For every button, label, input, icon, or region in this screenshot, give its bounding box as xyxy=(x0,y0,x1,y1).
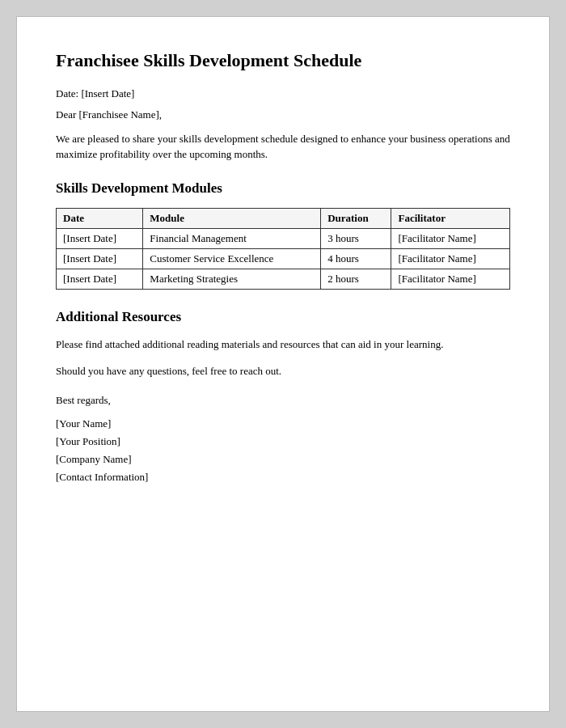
document-title: Franchisee Skills Development Schedule xyxy=(56,49,510,73)
col-facilitator: Facilitator xyxy=(391,208,510,228)
schedule-table: Date Module Duration Facilitator [Insert… xyxy=(56,208,510,290)
signature-name: [Your Name] xyxy=(56,415,510,433)
signature-position: [Your Position] xyxy=(56,433,510,451)
table-row: [Insert Date]Marketing Strategies2 hours… xyxy=(57,269,510,289)
document-page: Franchisee Skills Development Schedule D… xyxy=(16,16,550,712)
table-cell: [Insert Date] xyxy=(57,248,143,269)
question-text: Should you have any questions, feel free… xyxy=(56,363,510,379)
date-line: Date: [Insert Date] xyxy=(56,87,510,100)
intro-text: We are pleased to share your skills deve… xyxy=(56,131,510,163)
table-row: [Insert Date]Financial Management3 hours… xyxy=(57,228,510,248)
additional-heading: Additional Resources xyxy=(56,309,510,325)
col-duration: Duration xyxy=(321,208,391,228)
table-header-row: Date Module Duration Facilitator xyxy=(57,208,510,228)
table-cell: Marketing Strategies xyxy=(143,269,321,289)
table-cell: Financial Management xyxy=(143,228,321,248)
table-cell: [Facilitator Name] xyxy=(391,228,510,248)
regards: Best regards, xyxy=(56,394,510,407)
col-date: Date xyxy=(57,208,143,228)
signature-contact: [Contact Information] xyxy=(56,468,510,486)
table-cell: [Insert Date] xyxy=(57,228,143,248)
salutation: Dear [Franchisee Name], xyxy=(56,108,510,121)
col-module: Module xyxy=(143,208,321,228)
table-cell: [Facilitator Name] xyxy=(391,248,510,269)
table-cell: [Insert Date] xyxy=(57,269,143,289)
table-cell: 4 hours xyxy=(321,248,391,269)
table-row: [Insert Date]Customer Service Excellence… xyxy=(57,248,510,269)
modules-heading: Skills Development Modules xyxy=(56,180,510,197)
table-cell: 2 hours xyxy=(321,269,391,289)
signature-block: [Your Name] [Your Position] [Company Nam… xyxy=(56,415,510,486)
signature-company: [Company Name] xyxy=(56,451,510,468)
table-cell: [Facilitator Name] xyxy=(391,269,510,289)
table-cell: Customer Service Excellence xyxy=(143,248,321,269)
resources-text: Please find attached additional reading … xyxy=(56,336,510,353)
table-cell: 3 hours xyxy=(321,228,391,248)
